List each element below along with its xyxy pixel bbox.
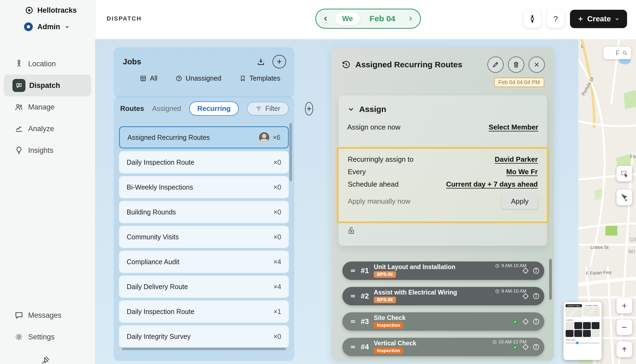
settings-icon: [14, 332, 24, 342]
route-item[interactable]: Compliance Audit ×4: [119, 251, 289, 273]
add-route-button[interactable]: [305, 102, 313, 115]
account-switcher[interactable]: Admin: [23, 21, 70, 33]
layer-style-tile[interactable]: [574, 330, 582, 337]
insights-icon: [14, 145, 24, 156]
collapse-pin-icon[interactable]: [41, 355, 51, 364]
prev-day-button[interactable]: [320, 13, 331, 24]
route-count: ×6: [273, 134, 280, 141]
drag-handle-icon[interactable]: [349, 343, 356, 350]
route-item[interactable]: Bi-Weekly Inspections ×0: [119, 176, 289, 198]
route-job-row[interactable]: #2 Assist with Electrical Wiring BPS-IN …: [342, 287, 544, 305]
route-item[interactable]: Daily Inspection Route ×0: [119, 151, 289, 173]
layers-default-maps-option[interactable]: Default maps: [566, 304, 582, 317]
layer-style-tile[interactable]: [574, 322, 582, 329]
sidebar-item-label: Insights: [28, 146, 53, 155]
pencil-icon: [492, 61, 499, 68]
next-day-button[interactable]: [405, 13, 416, 24]
edit-route-button[interactable]: [487, 57, 504, 73]
job-number: #4: [361, 343, 369, 351]
tab-assigned[interactable]: Assigned: [152, 104, 181, 113]
routes-horizontal-scrollbar[interactable]: [122, 348, 286, 350]
locate-target-icon[interactable]: [522, 343, 530, 351]
check-diamond-icon: [512, 343, 519, 351]
route-item[interactable]: Daily Inspection Route ×1: [119, 300, 289, 323]
info-icon[interactable]: [532, 343, 540, 351]
drag-handle-icon[interactable]: [349, 267, 356, 274]
zoom-in-button[interactable]: +: [617, 298, 632, 313]
layer-style-tile[interactable]: [583, 330, 591, 337]
sidebar-item-manage[interactable]: Manage: [4, 96, 91, 118]
filter-button[interactable]: Filter: [247, 102, 289, 115]
info-icon[interactable]: [532, 267, 540, 274]
layers-google-maps-option[interactable]: Google maps: [583, 304, 599, 317]
grid-icon: [140, 75, 147, 82]
jobs-tab-templates[interactable]: Templates: [239, 74, 280, 82]
route-job-row[interactable]: #3 Site Check Inspection: [342, 312, 544, 331]
brand[interactable]: Hellotracks: [25, 4, 77, 16]
layer-style-tile[interactable]: [592, 330, 599, 337]
cursor-plus-icon: [620, 193, 628, 201]
recurrence-days-link[interactable]: Mo We Fr: [506, 168, 538, 176]
sidebar-item-messages[interactable]: Messages: [4, 305, 91, 326]
plus-icon: [577, 15, 584, 22]
zoom-out-button[interactable]: −: [617, 319, 632, 335]
jobs-tab-all[interactable]: All: [140, 74, 158, 82]
tab-routes[interactable]: Routes: [120, 104, 144, 113]
route-name: Daily Inspection Route: [127, 308, 273, 316]
apply-button[interactable]: Apply: [502, 194, 538, 209]
detail-vertical-scrollbar[interactable]: [549, 259, 552, 300]
layer-style-tile[interactable]: [592, 322, 599, 329]
tab-recurring[interactable]: Recurring: [189, 101, 239, 116]
jobs-tab-unassigned[interactable]: Unassigned: [175, 74, 221, 82]
drag-handle-icon[interactable]: [349, 293, 356, 300]
delete-route-button[interactable]: [508, 57, 524, 73]
map-search-text: F: [616, 49, 620, 57]
route-item[interactable]: Building Rounds ×0: [119, 201, 289, 223]
close-panel-button[interactable]: [529, 57, 545, 73]
ai-assistant-button[interactable]: [523, 10, 541, 28]
map-label-mis: MIS: [628, 249, 636, 254]
select-member-link[interactable]: Select Member: [489, 123, 538, 131]
locate-target-icon[interactable]: [522, 267, 530, 275]
map-label-ou: OU: [630, 237, 636, 243]
map-search-input[interactable]: F: [604, 47, 631, 59]
unlock-icon[interactable]: [347, 226, 356, 236]
schedule-ahead-link[interactable]: Current day + 7 days ahead: [446, 180, 538, 188]
info-icon[interactable]: [532, 318, 540, 325]
drag-handle-icon[interactable]: [349, 318, 356, 325]
add-job-button[interactable]: [273, 55, 286, 68]
import-jobs-button[interactable]: [254, 55, 268, 68]
route-job-row[interactable]: #4 Vertical Check Inspection 10 AM-12 PM: [342, 338, 544, 356]
sidebar-item-settings[interactable]: Settings: [4, 326, 91, 348]
scroll-top-button[interactable]: [617, 342, 632, 357]
layer-style-tile[interactable]: [566, 322, 573, 329]
route-item[interactable]: Community Visits ×0: [119, 226, 289, 248]
sidebar-item-location[interactable]: Location: [4, 53, 91, 75]
locate-target-icon[interactable]: [522, 292, 530, 300]
icon-size-slider[interactable]: [566, 343, 599, 343]
recurring-assignee-link[interactable]: David Parker: [495, 155, 538, 164]
assign-section-header[interactable]: Assign: [339, 95, 547, 114]
weekday-pill[interactable]: We: [335, 12, 360, 25]
layer-style-tile[interactable]: [566, 330, 573, 337]
sidebar-item-dispatch[interactable]: Dispatch: [4, 75, 91, 96]
sidebar-item-insights[interactable]: Insights: [4, 140, 91, 161]
map-add-pin-button[interactable]: [617, 190, 632, 205]
clock-icon: [495, 264, 500, 268]
locate-target-icon[interactable]: [522, 317, 530, 326]
route-job-row[interactable]: #1 Unit Layout and Installation BPS-IN 9…: [342, 262, 544, 280]
route-item[interactable]: Daily Delivery Route ×4: [119, 276, 289, 298]
section-label: DISPATCH: [107, 15, 142, 22]
help-button[interactable]: ?: [547, 10, 565, 28]
sidebar-item-analyze[interactable]: Analyze: [4, 118, 91, 140]
routes-vertical-scrollbar[interactable]: [289, 123, 292, 181]
create-button[interactable]: Create: [570, 10, 627, 28]
info-icon[interactable]: [532, 292, 540, 300]
layer-style-tile[interactable]: [583, 322, 591, 329]
route-item[interactable]: Assigned Recurring Routes ×6: [119, 126, 289, 148]
current-date[interactable]: Feb 04: [364, 14, 401, 23]
route-item[interactable]: Daily Integrity Survey ×0: [119, 325, 289, 348]
map-select-area-button[interactable]: [617, 166, 632, 181]
assign-once-label: Assign once now: [347, 123, 401, 131]
route-count: ×1: [273, 308, 281, 316]
